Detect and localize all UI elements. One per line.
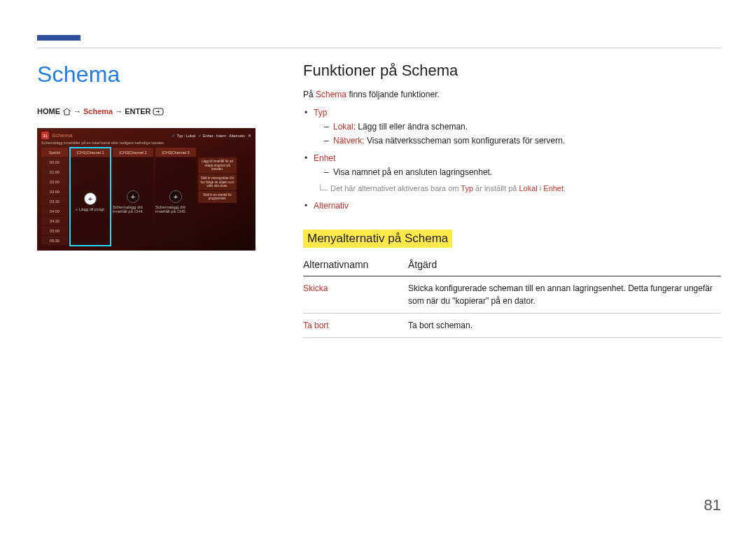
table-row: Ta bort Ta bort scheman. <box>303 313 721 337</box>
section-heading: Funktioner på Schema <box>303 62 721 80</box>
table-header-action: Åtgärd <box>408 255 721 276</box>
time-column: Speltid 00:00 01:00 02:00 03:00 03:30 04… <box>41 148 68 246</box>
breadcrumb-schema: Schema <box>83 107 113 115</box>
arrow-icon: → <box>115 107 122 115</box>
plus-icon: + <box>169 190 182 203</box>
note-text: Det här alternativet aktiveras bara om T… <box>314 183 721 195</box>
calendar-icon: 31 <box>41 132 49 139</box>
arrow-icon: → <box>74 107 81 115</box>
breadcrumb-enter: ENTER <box>125 107 150 115</box>
screenshot-title: Schema <box>52 132 169 139</box>
channel-card: [CH2]Channel 2 +Schemalagg ditt innehåll… <box>113 148 153 246</box>
bullet-typ: Typ Lokal: Lägg till eller ändra scheman… <box>303 106 721 148</box>
home-icon <box>62 108 71 115</box>
subsection-heading: Menyalternativ på Schema <box>303 230 452 248</box>
plus-icon: + <box>127 190 139 203</box>
sub-enhet: Visa namnet på en ansluten lagringsenhet… <box>314 165 721 179</box>
plus-icon: + <box>84 192 97 205</box>
close-icon: ✕ <box>248 134 251 138</box>
channel-card: [CH1]Channel 1 ++ Lägg till progr. <box>70 148 111 246</box>
page-number: 81 <box>704 496 721 514</box>
page-title: Schema <box>37 62 282 87</box>
header-accent-bar <box>37 35 80 41</box>
channel-card: [CH3]Channel 3 +Schemalagg ditt innehåll… <box>155 148 196 246</box>
check-icon: ✓ <box>172 134 175 138</box>
intro-text: På Schema finns följande funktioner. <box>303 88 721 101</box>
screenshot-subtitle: Schemalägg innehållet på en lokal kanal … <box>37 141 255 148</box>
options-table: Alternativnamn Åtgärd Skicka Skicka konf… <box>303 255 721 338</box>
bullet-enhet: Enhet Visa namnet på en ansluten lagring… <box>303 151 721 195</box>
header-divider <box>37 48 721 48</box>
enter-icon <box>153 108 162 115</box>
sub-natverk: Nätverk: Visa nätverksscheman som konfig… <box>314 134 721 148</box>
side-hints: Lägg till innehåll för att skapa program… <box>198 157 237 246</box>
sub-lokal: Lokal: Lägg till eller ändra scheman. <box>314 120 721 134</box>
check-icon: ✓ <box>198 134 202 138</box>
table-header-name: Alternativnamn <box>303 255 408 276</box>
table-row: Skicka Skicka konfigurerade scheman till… <box>303 276 721 313</box>
breadcrumb-home: HOME <box>37 107 60 115</box>
bullet-alternativ: Alternativ <box>303 199 721 213</box>
breadcrumb: HOME → Schema → ENTER <box>37 107 282 115</box>
schema-screenshot: 31 Schema ✓Typ : Lokal ✓Enhet : Intern A… <box>37 128 255 251</box>
